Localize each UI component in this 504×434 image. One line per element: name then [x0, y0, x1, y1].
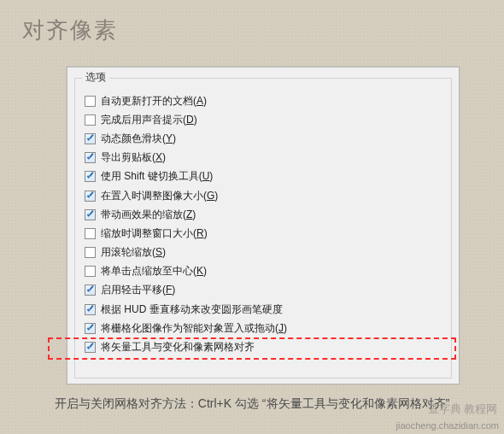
option-row: 用滚轮缩放(S): [85, 243, 448, 262]
option-row: 在置入时调整图像大小(G): [85, 186, 448, 205]
option-label[interactable]: 带动画效果的缩放(Z): [101, 208, 196, 222]
checkbox[interactable]: [85, 152, 96, 163]
option-label[interactable]: 根据 HUD 垂直移动来改变圆形画笔硬度: [101, 302, 283, 317]
option-label[interactable]: 在置入时调整图像大小(G): [101, 189, 218, 203]
option-row: 完成后用声音提示(D): [85, 110, 448, 129]
option-row: 将矢量工具与变化和像素网格对齐: [85, 337, 448, 356]
option-label[interactable]: 动态颜色滑块(Y): [101, 132, 176, 146]
option-label[interactable]: 将单击点缩放至中心(K): [101, 264, 207, 279]
option-row: 带动画效果的缩放(Z): [85, 205, 448, 224]
checkbox[interactable]: [85, 266, 96, 277]
checkbox[interactable]: [85, 133, 96, 144]
checkbox[interactable]: [85, 342, 96, 353]
checkbox[interactable]: [85, 171, 96, 182]
option-label[interactable]: 导出剪贴板(X): [101, 150, 166, 165]
option-row: 自动更新打开的文档(A): [85, 91, 448, 110]
option-label[interactable]: 启用轻击平移(F): [101, 283, 175, 297]
option-label[interactable]: 用滚轮缩放(S): [101, 245, 166, 260]
option-label[interactable]: 将矢量工具与变化和像素网格对齐: [101, 340, 255, 355]
checkbox[interactable]: [85, 209, 96, 220]
option-label[interactable]: 将栅格化图像作为智能对象置入或拖动(J): [101, 321, 287, 336]
option-row: 将栅格化图像作为智能对象置入或拖动(J): [85, 319, 448, 337]
checkbox[interactable]: [85, 323, 96, 334]
checkbox[interactable]: [85, 247, 96, 258]
page-title: 对齐像素: [0, 0, 504, 45]
option-row: 启用轻击平移(F): [85, 281, 448, 300]
checkbox[interactable]: [85, 114, 96, 126]
option-label[interactable]: 完成后用声音提示(D): [101, 113, 197, 127]
checkbox[interactable]: [85, 304, 96, 315]
watermark-text-2: jiaocheng.chazidian.com: [396, 420, 499, 431]
checkbox[interactable]: [85, 228, 96, 239]
option-label[interactable]: 使用 Shift 键切换工具(U): [101, 169, 213, 184]
group-legend: 选项: [82, 70, 109, 85]
option-row: 将单击点缩放至中心(K): [85, 262, 448, 281]
option-row: 使用 Shift 键切换工具(U): [85, 167, 448, 186]
option-row: 动态颜色滑块(Y): [85, 129, 448, 148]
watermark-text-1: 查字典 教程网: [428, 402, 497, 417]
checkbox[interactable]: [85, 96, 96, 107]
option-label[interactable]: 自动更新打开的文档(A): [101, 94, 207, 108]
checkbox[interactable]: [85, 284, 96, 296]
options-panel: 选项 自动更新打开的文档(A)完成后用声音提示(D)动态颜色滑块(Y)导出剪贴板…: [67, 67, 460, 384]
option-row: 缩放时调整窗口大小(R): [85, 224, 448, 243]
option-row: 导出剪贴板(X): [85, 149, 448, 167]
option-list: 自动更新打开的文档(A)完成后用声音提示(D)动态颜色滑块(Y)导出剪贴板(X)…: [85, 91, 448, 357]
checkbox[interactable]: [85, 191, 96, 202]
option-row: 根据 HUD 垂直移动来改变圆形画笔硬度: [85, 300, 448, 319]
option-label[interactable]: 缩放时调整窗口大小(R): [101, 226, 208, 241]
